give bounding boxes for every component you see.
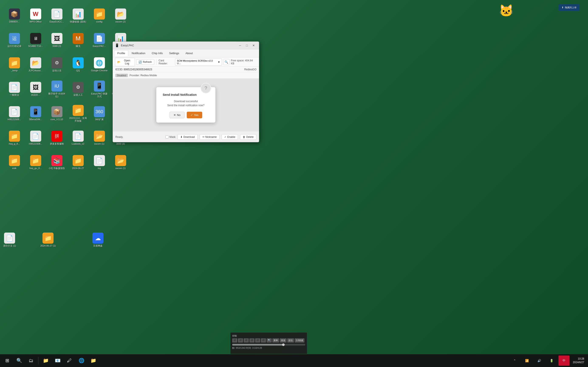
desktop-icon-easyeuicc[interactable]: 📄 EasyEUICC...	[47, 4, 67, 28]
panel-btn-search[interactable]: 🔍	[267, 338, 272, 342]
icon-label-hsqgu8: hsq_gu_8...	[30, 167, 42, 170]
desktop-icon-hi812[interactable]: 📄 HI8121508...	[4, 102, 25, 125]
tab-profile[interactable]: Profile	[114, 50, 128, 56]
desktop-icon-qq[interactable]: 🐧 QQ	[68, 53, 88, 76]
desktop-icon-sscom1[interactable]: 📂 sscom (1)	[89, 126, 109, 150]
download-button[interactable]: ⬇ Download	[178, 134, 197, 140]
dialog-no-button[interactable]: ✕ No	[169, 112, 185, 118]
desktop-icon-estk[interactable]: 📁 estk	[4, 151, 25, 174]
desktop-icon-3389[interactable]: 🖼 3389 (3)	[47, 29, 67, 52]
desktop-icon-temp[interactable]: 📁 _temp	[4, 53, 25, 76]
window-toolbar: 📂 Open Log 🔄 Refresh Card Reader: SCM Mi…	[113, 57, 259, 67]
desktop-icon-googlechrome[interactable]: 🌐 Google Chrome	[89, 53, 109, 76]
nickname-button[interactable]: ✏ Nickname	[200, 134, 219, 140]
trash-icon: 🗑	[243, 135, 245, 138]
tab-about[interactable]: About	[183, 50, 196, 56]
panel-btn-5[interactable]: ⬛	[255, 338, 260, 342]
desktop-icon-baidu[interactable]: ☁ 百度网盘	[91, 232, 104, 248]
desktop-icon-yunxing[interactable]: 运 运行行程记录	[4, 29, 25, 52]
panel-btn-3[interactable]: ⬛	[244, 338, 249, 342]
desktop-icon-setup18[interactable]: ⚙ 设置人工	[68, 77, 88, 101]
delete-label: Delete	[246, 135, 254, 138]
taskbar-mail[interactable]: 📧	[52, 356, 63, 366]
refresh-button[interactable]: 🔄 Refresh	[136, 59, 154, 65]
desktop-icon-core-v1110[interactable]: 📦 core_V1110	[47, 102, 67, 125]
taskbar-clock[interactable]: 10:28 2024/6/27	[571, 357, 586, 364]
iccid-text: ICCID: 89852245280005346623	[115, 68, 152, 71]
panel-btn-send[interactable]: 发送	[280, 338, 286, 342]
desktop-icon-qingfen[interactable]: 📄 清分介文 (1)	[2, 232, 17, 248]
desktop-icon-date2024b[interactable]: 📁 2024-06-27 (1)	[39, 232, 57, 248]
desktop-icon-shuzhu[interactable]: iU 数字助手 8.0(64位)	[47, 77, 67, 101]
desktop-icon-luatools[interactable]: 📄 Luatools_v2	[68, 126, 88, 150]
panel-btn-1[interactable]: ⬛	[232, 338, 237, 342]
panel-btn-menu[interactable]: 菜单	[272, 338, 279, 342]
desktop-icon-hsqgu8[interactable]: 📁 hsq_gu_8...	[25, 151, 46, 174]
enable-button[interactable]: ✓ Enable	[222, 134, 238, 140]
desktop-icon-log[interactable]: 📄 log	[89, 151, 109, 174]
desktop-icon-pinyin[interactable]: 拼 拼多多客服制	[47, 126, 67, 150]
mask-checkbox[interactable]	[166, 135, 168, 138]
icon-label-shuzhu: 数字助手 8.0(64位)	[48, 92, 66, 98]
panel-btn-6[interactable]: ⬛	[261, 338, 266, 342]
taskbar-systray[interactable]: ⌃	[509, 356, 520, 366]
desktop-icon-360[interactable]: 360 360扩展	[89, 102, 109, 125]
desktop-icon-easylpac-icon[interactable]: 📱 EasyLPAC 快捷方式	[89, 77, 109, 101]
icon-label-qingfen: 清分介文 (1)	[3, 244, 16, 247]
upload-area[interactable]: ⬆ 拖拽到上传	[559, 4, 580, 11]
start-button[interactable]: ⊞	[2, 356, 13, 366]
tab-notification[interactable]: Notification	[129, 50, 148, 56]
desktop-icon-d880e9[interactable]: 📦 D880E9...	[4, 4, 25, 28]
desktop-icon-sscom1b[interactable]: 📂 sscom (1)	[110, 151, 131, 174]
desktop-icon-config[interactable]: 📁 config	[89, 4, 109, 28]
desktop-icon-5bend[interactable]: 📱 5BenaSIM...	[25, 102, 46, 125]
dialog-buttons: ✕ No ✓ Yes	[163, 112, 209, 118]
mask-label: Mask	[169, 135, 176, 138]
close-button[interactable]: ✕	[251, 43, 257, 48]
desktop-icon-shuige[interactable]: M 睡戈	[68, 29, 88, 52]
taskbar-battery[interactable]: 🔋	[546, 356, 557, 366]
taskbar-files[interactable]: 📁	[40, 356, 51, 366]
open-log-button[interactable]: 📂 Open Log	[115, 58, 135, 66]
desktop-icon-jlpcassist[interactable]: 📂 JLPCAssist...	[25, 53, 46, 76]
panel-btn-locate[interactable]: 定位	[287, 338, 294, 342]
minimize-button[interactable]: ─	[237, 43, 243, 48]
dialog-yes-button[interactable]: ✓ Yes	[187, 112, 202, 118]
taskbar-explorer[interactable]: 📁	[88, 356, 99, 366]
dialog-icon: ?	[201, 83, 211, 93]
icon-label-date2024b: 2024-06-27 (1)	[40, 244, 56, 247]
desktop-icon-xiaohongshu2[interactable]: 📚 小红书备援报告	[47, 151, 67, 174]
desktop-icon-sscom2[interactable]: 📂 sscom (2)	[110, 4, 131, 28]
card-reader-select[interactable]: SCM Microsystems SCR33xx v2.0 U... ▼	[175, 58, 222, 66]
no-label: No	[177, 113, 181, 117]
desktop-icon-scabd[interactable]: 🖥 SCABD T10...	[25, 29, 46, 52]
taskbar-search[interactable]: 🔍	[14, 356, 25, 366]
tab-settings[interactable]: Settings	[166, 50, 182, 56]
tab-chip-info[interactable]: Chip Info	[149, 50, 166, 56]
maximize-button[interactable]: □	[244, 43, 250, 48]
taskbar-network[interactable]: 📶	[521, 356, 533, 366]
icon-label-360: 360扩展	[95, 118, 103, 121]
desktop-icon-yijian[interactable]: 📄 一般附业	[4, 77, 25, 101]
desktop-icon-hi8121508b[interactable]: 📄 HI8121508...	[25, 126, 46, 150]
delete-button[interactable]: 🗑 Delete	[240, 134, 256, 140]
window-title: EasyLPAC	[121, 44, 235, 47]
taskbar-volume[interactable]: 🔊	[534, 356, 545, 366]
panel-btn-2[interactable]: ⬛	[238, 338, 243, 342]
panel-btn-4[interactable]: ⬛	[249, 338, 254, 342]
taskbar-ime[interactable]: 中	[558, 356, 570, 366]
desktop-icon-20231114[interactable]: 📁 20231114... 全局开发版	[68, 102, 88, 125]
taskbar-taskview[interactable]: 🗂	[25, 356, 36, 366]
desktop-icon-yunxing2[interactable]: ⚙ 运动人生	[47, 53, 67, 76]
desktop-icon-easylpac2[interactable]: 📄 EasyLPAC...	[89, 29, 109, 52]
taskbar-browser[interactable]: 🌐	[76, 356, 87, 366]
search-button[interactable]: 🔍	[223, 59, 230, 65]
panel-btn-speed[interactable]: 1.0倍速	[295, 338, 304, 342]
desktop-icon-wps[interactable]: W WPS Office	[25, 4, 46, 28]
taskbar-notes[interactable]: 🖊	[64, 356, 75, 366]
desktop-icon-date2024[interactable]: 📁 2024-06-27	[68, 151, 88, 174]
dropdown-icon: ▼	[218, 61, 220, 63]
desktop-icon-hsqg8[interactable]: 📁 hsq_g_8...	[4, 126, 25, 150]
desktop-icon-kuaijie[interactable]: 📊 快捷链接 (团块)	[68, 4, 88, 28]
desktop-icon-shuihuigu[interactable]: 🖼 水回归...	[25, 77, 46, 101]
